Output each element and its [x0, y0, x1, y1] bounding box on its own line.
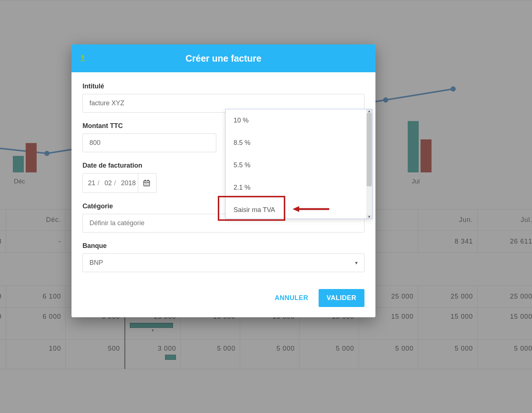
svg-point-11	[146, 184, 147, 185]
tva-option[interactable]: 10 %	[225, 109, 372, 132]
scrollbar-track[interactable]	[366, 113, 372, 218]
date-input-group[interactable]: 21 / 02 / 2018	[82, 173, 157, 193]
svg-point-9	[148, 183, 148, 184]
upload-icon[interactable]	[80, 54, 86, 63]
svg-rect-6	[148, 180, 148, 181]
calendar-icon[interactable]	[138, 173, 155, 193]
annotation-arrow-icon	[293, 205, 329, 213]
svg-rect-5	[145, 180, 146, 181]
scroll-up-icon[interactable]: ▲	[366, 109, 372, 113]
label-intitule: Intitulé	[82, 83, 364, 90]
label-banque: Banque	[82, 242, 364, 250]
tva-option[interactable]: 5.5 %	[225, 154, 372, 176]
scroll-down-icon[interactable]: ▼	[366, 215, 372, 219]
scrollbar-thumb[interactable]	[367, 113, 372, 186]
cancel-button[interactable]: ANNULER	[271, 290, 312, 306]
svg-point-7	[145, 183, 146, 184]
svg-marker-14	[293, 206, 299, 212]
chevron-down-icon: ▼	[354, 260, 359, 266]
tva-option[interactable]: 2.1 %	[225, 176, 372, 199]
tva-option[interactable]: 8.5 %	[225, 132, 372, 154]
date-year[interactable]: 2018	[116, 174, 138, 192]
annotation-highlight	[218, 196, 285, 221]
date-month[interactable]: 02	[99, 174, 114, 192]
date-day[interactable]: 21	[83, 174, 98, 192]
svg-point-8	[146, 183, 147, 184]
validate-button[interactable]: VALIDER	[319, 289, 364, 307]
svg-point-10	[145, 184, 146, 185]
modal-title: Créer une facture	[186, 53, 261, 64]
banque-select[interactable]	[82, 253, 364, 272]
modal-header: Créer une facture	[71, 44, 375, 72]
svg-point-12	[148, 184, 148, 185]
montant-input[interactable]	[82, 134, 216, 152]
